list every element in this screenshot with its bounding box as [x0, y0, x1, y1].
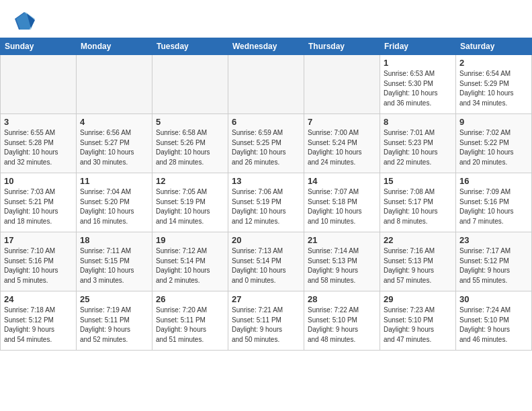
weekday-header-monday: Monday: [77, 38, 152, 55]
day-number: 26: [156, 294, 224, 304]
day-info: Sunrise: 7:17 AM Sunset: 5:12 PM Dayligh…: [459, 246, 528, 285]
day-number: 9: [459, 117, 528, 127]
day-number: 18: [80, 235, 148, 245]
day-cell: [1, 55, 77, 114]
weekday-header-wednesday: Wednesday: [228, 38, 304, 55]
day-cell: 1Sunrise: 6:53 AM Sunset: 5:30 PM Daylig…: [380, 55, 456, 114]
day-cell: 12Sunrise: 7:05 AM Sunset: 5:19 PM Dayli…: [152, 173, 228, 232]
day-info: Sunrise: 7:07 AM Sunset: 5:18 PM Dayligh…: [308, 187, 376, 226]
day-info: Sunrise: 6:56 AM Sunset: 5:27 PM Dayligh…: [80, 128, 148, 167]
weekday-header-saturday: Saturday: [456, 38, 532, 55]
day-info: Sunrise: 7:19 AM Sunset: 5:11 PM Dayligh…: [80, 306, 148, 345]
day-info: Sunrise: 7:20 AM Sunset: 5:11 PM Dayligh…: [156, 306, 224, 345]
day-number: 10: [4, 176, 73, 186]
day-info: Sunrise: 7:24 AM Sunset: 5:10 PM Dayligh…: [459, 306, 528, 345]
day-info: Sunrise: 7:13 AM Sunset: 5:14 PM Dayligh…: [232, 246, 300, 285]
day-cell: 3Sunrise: 6:55 AM Sunset: 5:28 PM Daylig…: [1, 114, 77, 173]
day-info: Sunrise: 7:21 AM Sunset: 5:11 PM Dayligh…: [232, 306, 300, 345]
day-info: Sunrise: 7:22 AM Sunset: 5:10 PM Dayligh…: [308, 306, 376, 345]
day-cell: 26Sunrise: 7:20 AM Sunset: 5:11 PM Dayli…: [152, 291, 228, 351]
day-number: 25: [80, 294, 148, 304]
weekday-header-row: SundayMondayTuesdayWednesdayThursdayFrid…: [1, 38, 532, 55]
day-cell: 21Sunrise: 7:14 AM Sunset: 5:13 PM Dayli…: [304, 232, 380, 291]
day-cell: 9Sunrise: 7:02 AM Sunset: 5:22 PM Daylig…: [456, 114, 532, 173]
day-number: 13: [232, 176, 300, 186]
day-info: Sunrise: 7:00 AM Sunset: 5:24 PM Dayligh…: [308, 128, 376, 167]
day-cell: 4Sunrise: 6:56 AM Sunset: 5:27 PM Daylig…: [77, 114, 152, 173]
day-cell: 30Sunrise: 7:24 AM Sunset: 5:10 PM Dayli…: [456, 291, 532, 351]
day-cell: 20Sunrise: 7:13 AM Sunset: 5:14 PM Dayli…: [228, 232, 304, 291]
day-number: 15: [384, 176, 452, 186]
day-info: Sunrise: 7:16 AM Sunset: 5:13 PM Dayligh…: [384, 246, 452, 285]
day-info: Sunrise: 7:11 AM Sunset: 5:15 PM Dayligh…: [80, 246, 148, 285]
day-number: 14: [308, 176, 376, 186]
day-info: Sunrise: 7:02 AM Sunset: 5:22 PM Dayligh…: [459, 128, 528, 167]
day-cell: 16Sunrise: 7:09 AM Sunset: 5:16 PM Dayli…: [456, 173, 532, 232]
week-row-1: 1Sunrise: 6:53 AM Sunset: 5:30 PM Daylig…: [1, 55, 532, 114]
day-cell: [228, 55, 304, 114]
weekday-header-friday: Friday: [380, 38, 456, 55]
day-number: 2: [459, 58, 528, 68]
week-row-3: 10Sunrise: 7:03 AM Sunset: 5:21 PM Dayli…: [1, 173, 532, 232]
day-info: Sunrise: 6:58 AM Sunset: 5:26 PM Dayligh…: [156, 128, 224, 167]
day-cell: 27Sunrise: 7:21 AM Sunset: 5:11 PM Dayli…: [228, 291, 304, 351]
day-cell: 13Sunrise: 7:06 AM Sunset: 5:19 PM Dayli…: [228, 173, 304, 232]
calendar: SundayMondayTuesdayWednesdayThursdayFrid…: [0, 38, 532, 351]
day-info: Sunrise: 7:14 AM Sunset: 5:13 PM Dayligh…: [308, 246, 376, 285]
day-number: 5: [156, 117, 224, 127]
logo: [12, 9, 39, 34]
day-number: 6: [232, 117, 300, 127]
day-info: Sunrise: 7:05 AM Sunset: 5:19 PM Dayligh…: [156, 187, 224, 226]
day-cell: 19Sunrise: 7:12 AM Sunset: 5:14 PM Dayli…: [152, 232, 228, 291]
day-info: Sunrise: 7:03 AM Sunset: 5:21 PM Dayligh…: [4, 187, 73, 226]
day-cell: 18Sunrise: 7:11 AM Sunset: 5:15 PM Dayli…: [77, 232, 152, 291]
day-cell: 23Sunrise: 7:17 AM Sunset: 5:12 PM Dayli…: [456, 232, 532, 291]
day-number: 23: [459, 235, 528, 245]
day-number: 3: [4, 117, 73, 127]
day-number: 24: [4, 294, 73, 304]
logo-icon: [12, 9, 36, 34]
day-info: Sunrise: 7:09 AM Sunset: 5:16 PM Dayligh…: [459, 187, 528, 226]
day-info: Sunrise: 7:12 AM Sunset: 5:14 PM Dayligh…: [156, 246, 224, 285]
day-info: Sunrise: 6:55 AM Sunset: 5:28 PM Dayligh…: [4, 128, 73, 167]
day-number: 17: [4, 235, 73, 245]
day-cell: 24Sunrise: 7:18 AM Sunset: 5:12 PM Dayli…: [1, 291, 77, 351]
day-number: 21: [308, 235, 376, 245]
day-cell: 10Sunrise: 7:03 AM Sunset: 5:21 PM Dayli…: [1, 173, 77, 232]
day-cell: 28Sunrise: 7:22 AM Sunset: 5:10 PM Dayli…: [304, 291, 380, 351]
day-number: 12: [156, 176, 224, 186]
day-cell: 7Sunrise: 7:00 AM Sunset: 5:24 PM Daylig…: [304, 114, 380, 173]
day-cell: 22Sunrise: 7:16 AM Sunset: 5:13 PM Dayli…: [380, 232, 456, 291]
day-info: Sunrise: 7:18 AM Sunset: 5:12 PM Dayligh…: [4, 306, 73, 345]
day-number: 27: [232, 294, 300, 304]
day-cell: 15Sunrise: 7:08 AM Sunset: 5:17 PM Dayli…: [380, 173, 456, 232]
day-number: 7: [308, 117, 376, 127]
day-number: 28: [308, 294, 376, 304]
day-info: Sunrise: 7:08 AM Sunset: 5:17 PM Dayligh…: [384, 187, 452, 226]
day-info: Sunrise: 7:06 AM Sunset: 5:19 PM Dayligh…: [232, 187, 300, 226]
day-cell: [304, 55, 380, 114]
day-cell: 2Sunrise: 6:54 AM Sunset: 5:29 PM Daylig…: [456, 55, 532, 114]
page: SundayMondayTuesdayWednesdayThursdayFrid…: [0, 0, 532, 411]
weekday-header-sunday: Sunday: [1, 38, 77, 55]
weekday-header-tuesday: Tuesday: [152, 38, 228, 55]
day-cell: 17Sunrise: 7:10 AM Sunset: 5:16 PM Dayli…: [1, 232, 77, 291]
day-info: Sunrise: 6:54 AM Sunset: 5:29 PM Dayligh…: [459, 69, 528, 108]
day-cell: 6Sunrise: 6:59 AM Sunset: 5:25 PM Daylig…: [228, 114, 304, 173]
day-cell: 14Sunrise: 7:07 AM Sunset: 5:18 PM Dayli…: [304, 173, 380, 232]
week-row-2: 3Sunrise: 6:55 AM Sunset: 5:28 PM Daylig…: [1, 114, 532, 173]
day-number: 4: [80, 117, 148, 127]
day-cell: 5Sunrise: 6:58 AM Sunset: 5:26 PM Daylig…: [152, 114, 228, 173]
day-info: Sunrise: 6:53 AM Sunset: 5:30 PM Dayligh…: [384, 69, 452, 108]
day-number: 19: [156, 235, 224, 245]
day-number: 22: [384, 235, 452, 245]
day-number: 1: [384, 58, 452, 68]
day-number: 29: [384, 294, 452, 304]
day-cell: 11Sunrise: 7:04 AM Sunset: 5:20 PM Dayli…: [77, 173, 152, 232]
day-cell: 25Sunrise: 7:19 AM Sunset: 5:11 PM Dayli…: [77, 291, 152, 351]
day-info: Sunrise: 7:10 AM Sunset: 5:16 PM Dayligh…: [4, 246, 73, 285]
day-cell: 8Sunrise: 7:01 AM Sunset: 5:23 PM Daylig…: [380, 114, 456, 173]
day-info: Sunrise: 7:04 AM Sunset: 5:20 PM Dayligh…: [80, 187, 148, 226]
weekday-header-thursday: Thursday: [304, 38, 380, 55]
week-row-5: 24Sunrise: 7:18 AM Sunset: 5:12 PM Dayli…: [1, 291, 532, 351]
